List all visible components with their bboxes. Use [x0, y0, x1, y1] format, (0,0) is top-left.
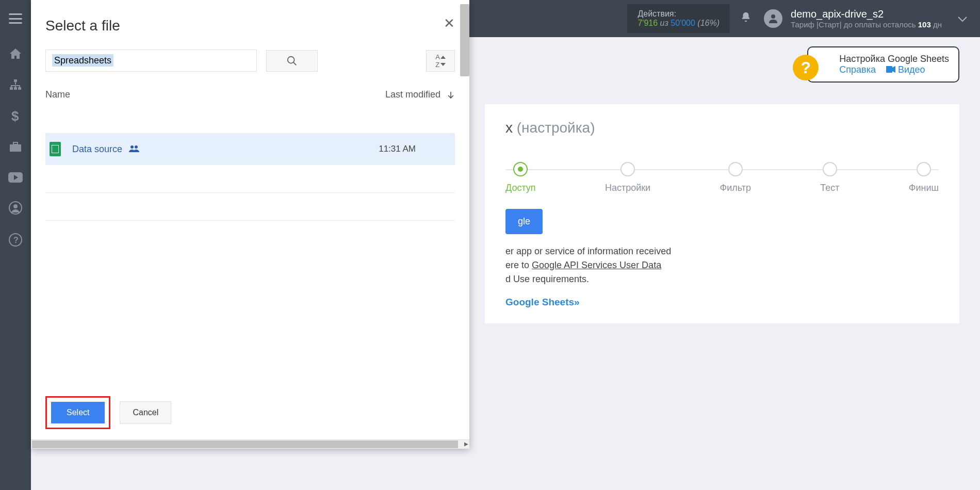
sidebar: $ ? [0, 37, 31, 490]
disclosure-text: er app or service of information receive… [505, 244, 939, 286]
hamburger-menu[interactable] [0, 13, 31, 24]
config-card: х (настройка) Доступ Настройки Фильтр Те… [485, 104, 959, 323]
svg-point-20 [135, 145, 138, 149]
file-row-empty [45, 220, 455, 248]
video-camera-icon [886, 64, 898, 75]
col-modified[interactable]: Last modified [385, 89, 455, 100]
svg-marker-17 [440, 56, 446, 59]
actions-title: Действия: [638, 9, 720, 19]
step-filter[interactable]: Фильтр [720, 162, 750, 193]
actions-used: 7'916 [638, 19, 658, 27]
user-tariff: Тариф |Старт| до оплаты осталось 103 дн [791, 20, 942, 29]
google-signin-button[interactable]: gle [505, 209, 543, 234]
svg-rect-6 [10, 144, 21, 152]
sidebar-help-icon[interactable]: ? [9, 233, 22, 250]
card-title: х (настройка) [505, 120, 939, 136]
step-settings[interactable]: Настройки [605, 162, 650, 193]
help-title: Настройка Google Sheets [839, 54, 949, 64]
sidebar-dollar-icon[interactable]: $ [11, 109, 20, 126]
file-row-empty [45, 192, 455, 220]
svg-rect-1 [14, 79, 17, 82]
sort-button[interactable]: AZ [426, 50, 455, 72]
file-row-empty [45, 165, 455, 192]
svg-text:$: $ [11, 109, 19, 123]
svg-rect-14 [886, 66, 892, 73]
svg-rect-2 [10, 87, 13, 90]
cancel-button[interactable]: Cancel [120, 401, 171, 424]
user-info[interactable]: demo_apix-drive_s2 Тариф |Старт| до опла… [791, 8, 942, 29]
sidebar-user-icon[interactable] [9, 201, 22, 218]
col-name[interactable]: Name [45, 89, 70, 100]
svg-point-16 [288, 56, 295, 63]
step-test[interactable]: Тест [820, 162, 839, 193]
svg-rect-3 [14, 87, 17, 90]
sidebar-briefcase-icon[interactable] [9, 141, 22, 156]
svg-point-11 [13, 204, 18, 208]
actions-limit: 50'000 [671, 19, 695, 27]
column-headers: Name Last modified [45, 82, 455, 107]
chevron-down-icon[interactable] [957, 12, 968, 25]
sidebar-sitemap-icon[interactable] [9, 78, 22, 94]
bell-icon[interactable] [740, 11, 752, 26]
arrow-down-icon [447, 91, 455, 99]
file-picker-dialog: ✕ Select a file Spreadsheets AZ Name Las… [31, 0, 469, 449]
help-link-docs[interactable]: Справка [839, 64, 876, 75]
help-badge: ? Настройка Google Sheets Справка Видео [807, 46, 959, 83]
hamburger-icon [9, 13, 22, 24]
steps: Доступ Настройки Фильтр Тест Финиш [505, 162, 939, 193]
sidebar-home-icon[interactable] [9, 47, 22, 63]
svg-marker-18 [440, 63, 446, 66]
help-link-video[interactable]: Видео [898, 64, 925, 75]
picker-footer: Select Cancel [31, 386, 469, 439]
search-button[interactable] [266, 50, 318, 72]
shared-icon [128, 144, 140, 155]
actions-counter: Действия: 7'916 из 50'000 (16%) [627, 4, 730, 33]
file-name: Data source [72, 144, 122, 155]
step-finish[interactable]: Финиш [909, 162, 939, 193]
highlight-box: Select [45, 396, 110, 429]
scrollbar-horizontal[interactable]: ▶ [31, 439, 469, 449]
svg-point-0 [771, 14, 775, 19]
svg-rect-7 [13, 142, 18, 144]
avatar[interactable] [764, 9, 782, 28]
file-row[interactable]: Data source 11:31 AM [45, 133, 455, 165]
sidebar-video-icon[interactable] [8, 171, 23, 186]
file-time: 11:31 AM [379, 144, 451, 154]
step-access[interactable]: Доступ [505, 162, 536, 193]
api-policy-link[interactable]: Google API Services User Data [532, 260, 661, 270]
svg-text:?: ? [13, 236, 19, 244]
svg-marker-15 [892, 66, 895, 73]
select-button[interactable]: Select [51, 402, 105, 423]
close-icon[interactable]: ✕ [444, 15, 455, 31]
picker-title: Select a file [45, 18, 455, 34]
question-icon: ? [793, 55, 819, 80]
spreadsheet-icon [50, 142, 61, 156]
svg-point-19 [130, 145, 134, 149]
search-input[interactable]: Spreadsheets [45, 50, 257, 72]
svg-rect-4 [18, 87, 21, 90]
file-list: Data source 11:31 AM [45, 133, 455, 248]
user-name: demo_apix-drive_s2 [791, 8, 942, 20]
instruction-link[interactable]: Google Sheets» [505, 297, 939, 308]
